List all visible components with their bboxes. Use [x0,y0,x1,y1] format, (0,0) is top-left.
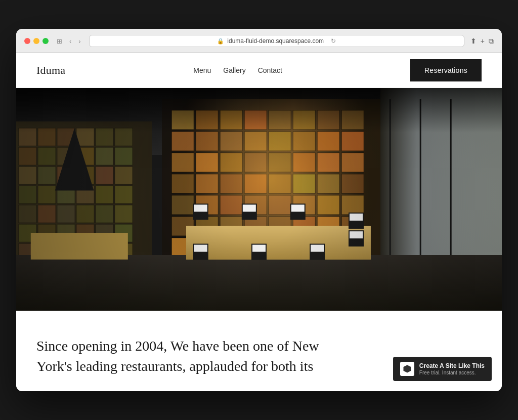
nav-contact-link[interactable]: Contact [258,66,282,74]
squarespace-badge[interactable]: Create A Site Like This Free trial. Inst… [393,357,492,381]
body-text: Since opening in 2004, We have been one … [36,336,330,375]
new-tab-icon[interactable]: + [481,37,485,45]
reservations-button[interactable]: Reservations [410,59,482,81]
badge-sub-text: Free trial. Instant access. [419,370,485,375]
lock-icon: 🔒 [217,38,224,45]
address-bar[interactable]: 🔒 iduma-fluid-demo.squarespace.com ↻ [89,35,464,47]
squarespace-icon [400,362,414,376]
site-nav: Iduma Menu Gallery Contact Reservations [16,53,502,88]
view-icon[interactable]: ⊞ [55,36,64,46]
body-text-line2: York's leading restaurants, applauded fo… [36,358,313,374]
site-logo[interactable]: Iduma [36,64,65,77]
back-button[interactable]: ‹ [67,36,73,46]
hero-image [16,88,502,311]
nav-gallery-link[interactable]: Gallery [223,66,245,74]
share-icon[interactable]: ⬆ [470,37,477,45]
browser-actions: ⬆ + ⧉ [470,37,494,46]
browser-chrome: ⊞ ‹ › 🔒 iduma-fluid-demo.squarespace.com… [16,29,502,53]
nav-links: Menu Gallery Contact [193,66,282,74]
badge-main-text: Create A Site Like This [419,362,485,369]
body-section: Since opening in 2004, We have been one … [16,311,502,391]
close-button[interactable] [24,38,30,44]
hero-canvas [16,88,502,311]
nav-menu-link[interactable]: Menu [193,66,211,74]
url-text: iduma-fluid-demo.squarespace.com [227,37,324,45]
reload-icon[interactable]: ↻ [331,37,336,45]
squarespace-badge-text: Create A Site Like This Free trial. Inst… [419,362,485,375]
website-content: Iduma Menu Gallery Contact Reservations … [16,53,502,391]
maximize-button[interactable] [42,38,49,44]
windows-icon[interactable]: ⧉ [489,37,494,46]
minimize-button[interactable] [33,38,39,44]
forward-button[interactable]: › [76,36,82,46]
browser-navigation: ⊞ ‹ › [55,36,83,46]
traffic-lights [24,38,49,44]
body-text-line1: Since opening in 2004, We have been one … [36,338,319,354]
browser-window: ⊞ ‹ › 🔒 iduma-fluid-demo.squarespace.com… [16,29,502,391]
